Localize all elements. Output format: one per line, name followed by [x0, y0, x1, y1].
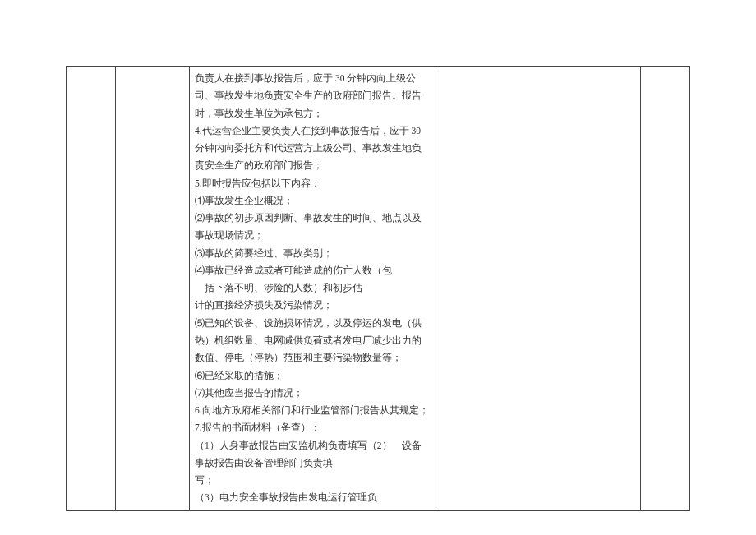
content-text: 负责人在接到事故报告后，应于 30 分钟内向上级公司、事故发生地负责安全生产的政… — [195, 70, 431, 507]
cell-1 — [67, 67, 116, 511]
cell-4 — [436, 67, 641, 511]
cell-3-content: 负责人在接到事故报告后，应于 30 分钟内向上级公司、事故发生地负责安全生产的政… — [190, 67, 436, 511]
cell-5 — [641, 67, 690, 511]
table-row: 负责人在接到事故报告后，应于 30 分钟内向上级公司、事故发生地负责安全生产的政… — [67, 67, 690, 511]
document-table: 负责人在接到事故报告后，应于 30 分钟内向上级公司、事故发生地负责安全生产的政… — [66, 66, 690, 511]
cell-2 — [116, 67, 190, 511]
